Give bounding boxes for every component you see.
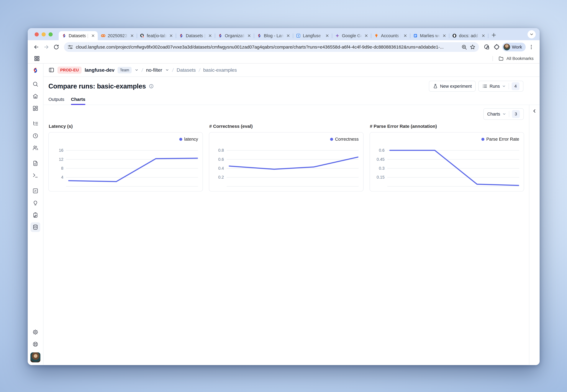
close-tab-icon[interactable] — [286, 33, 290, 38]
legend-dot-icon — [330, 138, 333, 141]
browser-tab-6[interactable]: 6Langfuse - — [293, 31, 332, 40]
privacy-extension-icon[interactable] — [482, 43, 491, 51]
sidebar-item-prompts[interactable] — [30, 158, 40, 168]
back-button[interactable] — [32, 43, 41, 51]
browser-tab-7[interactable]: Google Ge — [332, 31, 371, 40]
org-name[interactable]: langfuse-dev — [85, 67, 114, 73]
tab-title: Accounts | — [381, 33, 401, 38]
new-tab-button[interactable] — [490, 31, 498, 39]
page-title: Compare runs: basic-examples — [48, 83, 146, 90]
sidebar-item-insights[interactable] — [30, 198, 40, 208]
close-tab-icon[interactable] — [130, 33, 134, 38]
apps-grid-icon[interactable] — [34, 55, 40, 62]
browser-tab-1[interactable]: 20250923 — [98, 31, 137, 40]
browser-tab-2[interactable]: feat(io-tab — [137, 31, 176, 40]
sidebar-item-annotation[interactable] — [30, 210, 40, 220]
svg-text:0.45: 0.45 — [377, 157, 384, 162]
zoom-page-icon[interactable] — [461, 44, 467, 50]
sidebar-toggle-icon[interactable] — [48, 67, 55, 73]
chart-card[interactable]: 0.150.30.450.6Parse Error Rate — [369, 132, 524, 192]
tab-search-chevron-icon[interactable] — [527, 30, 536, 38]
chart-card[interactable]: 481216latency — [48, 132, 203, 192]
close-window-button[interactable] — [35, 32, 39, 36]
app-sidebar — [28, 64, 43, 365]
langfuse-logo-icon[interactable] — [32, 67, 39, 74]
insights-icon — [32, 200, 38, 206]
settings-icon — [32, 329, 38, 335]
langfuse-icon — [257, 33, 262, 38]
chart-title: # Parse Error Rate (annotation) — [370, 124, 524, 129]
project-name[interactable]: no-filter — [146, 67, 162, 73]
close-tab-icon[interactable] — [247, 33, 251, 38]
reload-button[interactable] — [52, 43, 61, 51]
legend-dot-icon — [179, 138, 182, 141]
sidebar-item-users[interactable] — [30, 143, 40, 153]
sidebar-item-dashboard[interactable] — [30, 103, 40, 113]
close-tab-icon[interactable] — [325, 33, 329, 38]
browser-tab-4[interactable]: Organizatio — [215, 31, 254, 40]
legend-label: latency — [184, 137, 198, 142]
sidebar-item-datasets[interactable] — [30, 222, 40, 232]
maximize-window-button[interactable] — [49, 32, 53, 36]
sidebar-item-evaluators[interactable] — [30, 186, 40, 196]
browser-profile-chip[interactable]: Work — [502, 43, 526, 51]
co-orange-icon — [101, 33, 106, 38]
sidebar-item-playground[interactable] — [30, 171, 40, 180]
all-bookmarks-button[interactable]: All Bookmarks — [493, 56, 534, 61]
chart-title: # Correctness (eval) — [209, 124, 363, 129]
close-tab-icon[interactable] — [91, 33, 95, 38]
close-tab-icon[interactable] — [208, 33, 213, 38]
close-tab-icon[interactable] — [481, 33, 486, 38]
all-bookmarks-label: All Bookmarks — [507, 56, 534, 61]
close-tab-icon[interactable] — [403, 33, 408, 38]
new-experiment-button[interactable]: New experiment — [429, 81, 476, 92]
runs-selector-button[interactable]: Runs 4 — [478, 81, 524, 92]
address-bar[interactable]: cloud.langfuse.com/project/cmfwgv8fx002o… — [64, 42, 479, 52]
gem-orange-icon — [374, 33, 379, 38]
extensions-puzzle-icon[interactable] — [492, 43, 501, 51]
chart-block-0: Latency (s)481216latency — [48, 124, 203, 192]
tab-title: Blog - Lang — [264, 33, 284, 38]
breadcrumb-datasets-link[interactable]: Datasets — [177, 67, 196, 73]
info-icon[interactable] — [149, 84, 154, 89]
browser-tab-10[interactable]: docs: add g — [449, 31, 488, 40]
forward-button[interactable] — [42, 43, 51, 51]
project-switcher-chevron-icon[interactable] — [165, 68, 169, 72]
close-tab-icon[interactable] — [442, 33, 447, 38]
legend-dot-icon — [481, 138, 484, 141]
collapse-panel-icon[interactable] — [532, 108, 537, 114]
site-settings-icon[interactable] — [67, 44, 73, 50]
sidebar-item-home[interactable] — [30, 91, 40, 101]
user-avatar[interactable] — [30, 352, 40, 362]
browser-tab-9[interactable]: Marlies we — [410, 31, 449, 40]
sidebar-item-support[interactable] — [30, 339, 40, 349]
browser-tab-5[interactable]: Blog - Lang — [254, 31, 293, 40]
browser-menu-kebab-icon[interactable] — [527, 43, 536, 51]
charts-count-badge: 3 — [512, 110, 520, 118]
list-icon — [482, 84, 487, 89]
chart-card[interactable]: 0.20.40.60.8Correctness — [209, 132, 363, 192]
close-tab-icon[interactable] — [364, 33, 369, 38]
github-x-icon — [140, 33, 145, 38]
bookmark-star-icon[interactable] — [469, 44, 476, 50]
svg-text:0.15: 0.15 — [377, 175, 384, 180]
org-switcher-chevron-icon[interactable] — [135, 68, 139, 72]
chart-legend: latency — [179, 137, 198, 142]
close-tab-icon[interactable] — [169, 33, 173, 38]
chart-legend: Correctness — [330, 137, 358, 142]
tab-outputs[interactable]: Outputs — [48, 97, 64, 105]
breadcrumb-dataset-link[interactable]: basic-examples — [203, 67, 237, 73]
browser-tab-3[interactable]: Datasets | L — [176, 31, 215, 40]
list-blue-icon — [413, 33, 418, 38]
browser-tab-0[interactable]: Datasets | L — [59, 31, 98, 40]
sidebar-item-sessions[interactable] — [30, 131, 40, 141]
sidebar-item-settings[interactable] — [30, 327, 40, 337]
window-controls — [35, 32, 53, 36]
minimize-window-button[interactable] — [42, 32, 46, 36]
sidebar-item-tracing[interactable] — [30, 119, 40, 128]
browser-tab-8[interactable]: Accounts | — [371, 31, 410, 40]
charts-selector-button[interactable]: Charts 3 — [483, 108, 524, 120]
url-text: cloud.langfuse.com/project/cmfwgv8fx002o… — [76, 44, 459, 50]
tab-charts[interactable]: Charts — [71, 97, 85, 105]
sidebar-item-search[interactable] — [30, 79, 40, 89]
